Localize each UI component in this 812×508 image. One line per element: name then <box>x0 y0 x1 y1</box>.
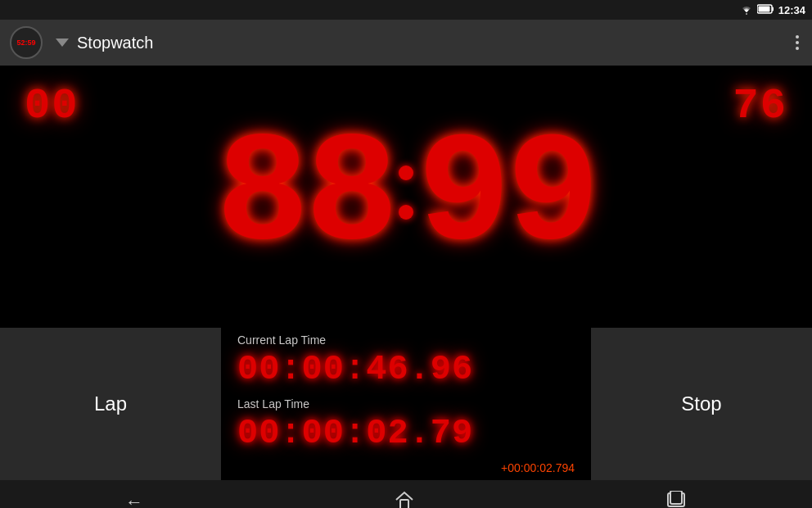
overflow-menu-button[interactable] <box>792 29 802 57</box>
nav-bar: ← <box>0 480 812 508</box>
overflow-dot-1 <box>796 35 799 39</box>
colon-dot-bottom <box>399 205 413 220</box>
home-button[interactable] <box>361 483 448 508</box>
home-icon <box>394 490 415 508</box>
app-title: Stopwatch <box>77 34 792 52</box>
main-time-display: 88 99 <box>216 119 596 274</box>
main-display: 00 88 99 76 <box>0 66 812 328</box>
small-counter-left: 00 <box>25 82 79 130</box>
main-time-left: 88 <box>216 119 395 274</box>
lap-button[interactable]: Lap <box>0 328 221 480</box>
stop-button[interactable]: Stop <box>591 328 812 480</box>
time-colon <box>399 166 413 220</box>
app-icon: 52:59 <box>10 26 43 59</box>
overflow-dot-3 <box>796 47 799 50</box>
main-time-right: 99 <box>417 119 596 274</box>
battery-icon <box>757 4 775 16</box>
lap-button-label: Lap <box>94 392 127 415</box>
svg-rect-5 <box>670 491 682 504</box>
current-lap-label: Current Lap Time <box>237 333 575 347</box>
app-icon-time: 52:59 <box>16 39 35 47</box>
title-arrow <box>56 39 69 47</box>
svg-rect-1 <box>772 7 774 11</box>
current-lap-time: 00:00:46.96 <box>237 350 575 389</box>
status-bar: 12:34 <box>0 0 812 20</box>
recents-button[interactable] <box>633 484 720 508</box>
lap-info-panel: Current Lap Time 00:00:46.96 Last Lap Ti… <box>221 328 591 480</box>
last-lap-label: Last Lap Time <box>237 397 575 410</box>
clock-status: 12:34 <box>778 4 805 16</box>
last-lap-time: 00:00:02.79 <box>237 414 575 453</box>
lap-diff: +00:00:02.794 <box>237 461 575 474</box>
colon-dot-top <box>399 166 413 180</box>
recents-icon <box>665 491 687 508</box>
small-counter-right: 76 <box>733 82 787 130</box>
svg-rect-2 <box>758 6 769 11</box>
back-button[interactable]: ← <box>92 485 176 508</box>
wifi-icon <box>739 3 754 17</box>
overflow-dot-2 <box>796 41 799 44</box>
svg-rect-3 <box>400 500 408 508</box>
back-icon: ← <box>125 492 143 508</box>
title-bar: 52:59 Stopwatch <box>0 20 812 66</box>
bottom-controls: Lap Current Lap Time 00:00:46.96 Last La… <box>0 328 812 480</box>
stop-button-label: Stop <box>681 392 721 415</box>
